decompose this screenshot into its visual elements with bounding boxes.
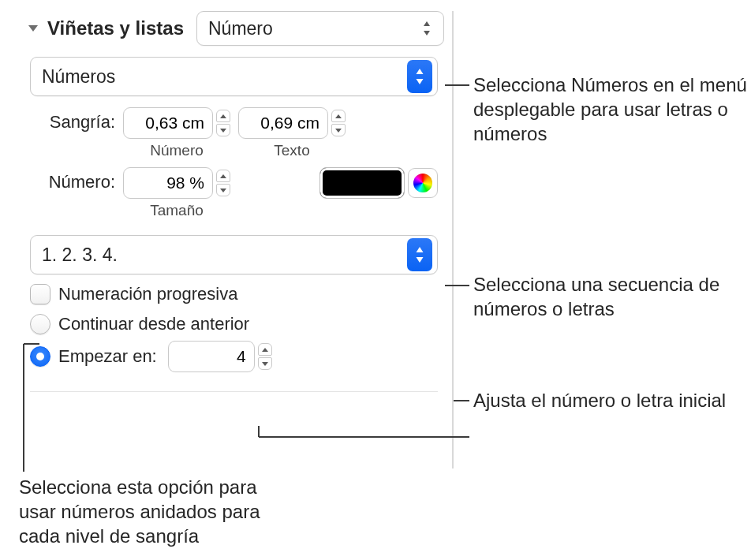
svg-marker-7 bbox=[335, 114, 342, 118]
svg-marker-0 bbox=[28, 25, 38, 32]
tiered-numbers-label: Numeración progresiva bbox=[58, 284, 237, 304]
indent-text-stepper[interactable] bbox=[238, 107, 346, 139]
svg-marker-14 bbox=[262, 362, 268, 366]
number-size-stepper[interactable] bbox=[123, 167, 230, 199]
stepper-down-icon[interactable] bbox=[258, 357, 272, 370]
bullets-lists-panel: Viñetas y listas Número Números Sangría: bbox=[22, 11, 454, 469]
callout-tiered: Selecciona esta opción para usar números… bbox=[19, 475, 279, 549]
number-size-input[interactable] bbox=[123, 167, 213, 199]
section-header: Viñetas y listas Número bbox=[22, 11, 444, 46]
list-style-value: Número bbox=[208, 18, 273, 39]
indent-text-input[interactable] bbox=[238, 107, 328, 139]
list-style-popup[interactable]: Número bbox=[196, 11, 444, 46]
number-color-well[interactable] bbox=[319, 167, 405, 199]
indent-number-input[interactable] bbox=[123, 107, 213, 139]
indent-number-stepper[interactable] bbox=[123, 107, 230, 139]
start-from-radio[interactable] bbox=[30, 346, 50, 367]
number-format-value: Números bbox=[42, 66, 115, 88]
svg-marker-13 bbox=[262, 348, 268, 352]
svg-marker-2 bbox=[424, 31, 430, 35]
sequence-value: 1. 2. 3. 4. bbox=[42, 245, 118, 266]
svg-marker-3 bbox=[417, 69, 424, 74]
svg-marker-1 bbox=[424, 21, 430, 26]
callout-start: Ajusta el número o letra inicial bbox=[473, 388, 726, 413]
section-title: Viñetas y listas bbox=[47, 17, 184, 39]
color-picker-button[interactable] bbox=[408, 168, 438, 198]
updown-arrows-icon bbox=[415, 12, 439, 45]
stepper-down-icon[interactable] bbox=[331, 124, 346, 136]
stepper-down-icon[interactable] bbox=[216, 184, 230, 196]
color-wheel-icon bbox=[413, 174, 432, 192]
svg-marker-11 bbox=[417, 247, 424, 252]
start-from-stepper[interactable] bbox=[168, 341, 272, 372]
number-format-popup[interactable]: Números bbox=[30, 57, 438, 96]
svg-marker-4 bbox=[417, 79, 424, 84]
svg-marker-10 bbox=[220, 189, 226, 192]
indent-number-caption: Número bbox=[150, 142, 204, 159]
callout-format: Selecciona Números en el menú desplegabl… bbox=[473, 73, 749, 147]
stepper-up-icon[interactable] bbox=[216, 110, 230, 122]
updown-arrows-icon bbox=[407, 238, 432, 271]
svg-marker-5 bbox=[220, 114, 226, 118]
separator bbox=[30, 391, 438, 392]
start-from-label: Empezar en: bbox=[58, 346, 157, 367]
indent-label: Sangría: bbox=[30, 107, 115, 133]
disclosure-triangle-icon[interactable] bbox=[27, 22, 39, 35]
svg-marker-8 bbox=[335, 129, 342, 133]
callout-sequence: Selecciona una secuencia de números o le… bbox=[473, 272, 749, 321]
continue-from-previous-label: Continuar desde anterior bbox=[58, 314, 249, 334]
indent-text-caption: Texto bbox=[274, 142, 309, 159]
continue-from-previous-radio[interactable] bbox=[30, 314, 50, 334]
stepper-up-icon[interactable] bbox=[216, 170, 230, 182]
number-size-caption: Tamaño bbox=[150, 202, 204, 219]
sequence-popup[interactable]: 1. 2. 3. 4. bbox=[30, 235, 438, 274]
svg-marker-6 bbox=[220, 129, 226, 133]
start-from-input[interactable] bbox=[168, 341, 255, 372]
stepper-down-icon[interactable] bbox=[216, 124, 230, 136]
number-label: Número: bbox=[30, 167, 115, 192]
svg-marker-12 bbox=[417, 257, 424, 263]
tiered-numbers-checkbox[interactable] bbox=[30, 284, 50, 304]
stepper-up-icon[interactable] bbox=[331, 110, 346, 122]
svg-marker-9 bbox=[220, 174, 226, 178]
stepper-up-icon[interactable] bbox=[258, 343, 272, 356]
updown-arrows-icon bbox=[407, 60, 432, 93]
